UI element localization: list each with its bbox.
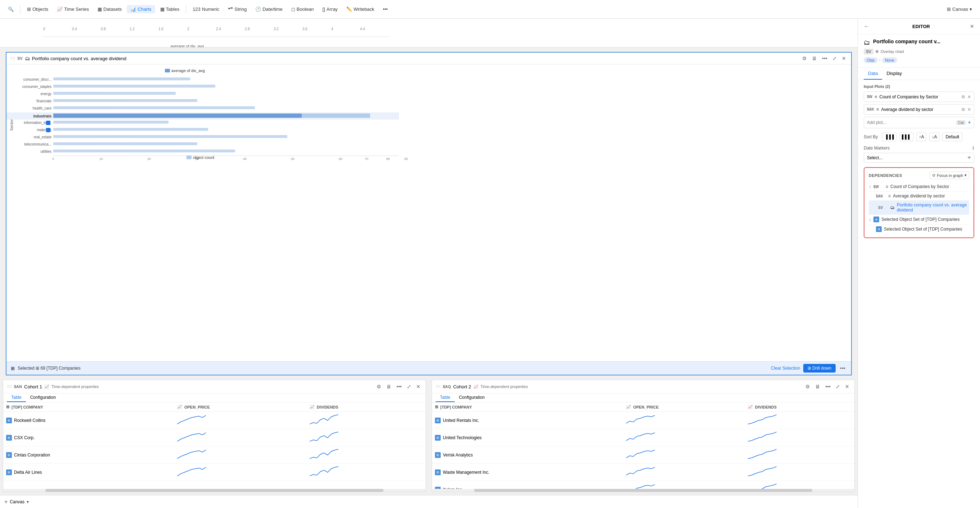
canvas-icon: ⊞ — [947, 6, 951, 12]
plot1-name: Count of Companies by Sector — [880, 94, 959, 99]
focus-dropdown-icon: ▾ — [964, 173, 967, 177]
cohort2-more-btn[interactable]: ••• — [824, 383, 832, 390]
toolbar: 🔍 ⊞ Objects 📈 Time Series ▦ Datasets 📊 C… — [0, 0, 980, 19]
bottom-panels: ⠿⠿ $AN Cohort 1 📈 Time-dependent propert… — [0, 380, 858, 495]
dep-item-3: SV 🗂 Portfolio company count vs. average… — [869, 201, 969, 215]
plot1-close-btn[interactable]: ✕ — [967, 94, 971, 99]
canvas-dropdown-btn[interactable]: ▾ — [27, 499, 29, 505]
svg-text:consumer_discr...: consumer_discr... — [24, 77, 51, 81]
cohort1-tab-table[interactable]: Table — [7, 393, 26, 402]
cohort1-col-openprice: 📈 OPEN_PRICE — [174, 403, 307, 412]
toolbar-string[interactable]: ❝❞ String — [224, 5, 250, 13]
sort-asc-bars-btn[interactable]: ▌▌▌ — [899, 133, 914, 141]
drill-down-btn[interactable]: ⊞ Drill down — [803, 364, 836, 372]
chart-expand-btn[interactable]: ⤢ — [831, 55, 838, 62]
cohort1-display-btn[interactable]: 🖥 — [385, 383, 393, 390]
svg-text:0.4: 0.4 — [72, 27, 77, 31]
toolbar-writeback[interactable]: ✏️ Writeback — [343, 5, 378, 13]
cohort1-body: ⊞ [TDP] COMPANY 📈 OPEN_PRICE — [3, 403, 426, 489]
plot1-gear-btn[interactable]: ⚙ — [961, 94, 965, 99]
chart-display-btn[interactable]: 🖥 — [810, 55, 818, 62]
open-price-cell — [623, 446, 745, 464]
selection-more-btn[interactable]: ••• — [838, 364, 847, 372]
svg-text:0: 0 — [43, 27, 45, 31]
cohort1-expand-btn[interactable]: ⤢ — [406, 383, 413, 390]
cohort2-tab-table[interactable]: Table — [436, 393, 455, 402]
cohort2-scroll[interactable] — [432, 489, 854, 492]
cohort1-tab-config[interactable]: Configuration — [26, 393, 60, 402]
dep3-name: Portfolio company count vs. average divi… — [897, 203, 967, 212]
chart-close-btn[interactable]: ✕ — [840, 55, 848, 62]
sort-desc-bars-btn[interactable]: ▐▐▐ — [882, 133, 896, 141]
chart-more-btn[interactable]: ••• — [821, 55, 829, 62]
editor-close-btn[interactable]: ✕ — [970, 23, 974, 29]
bc-none[interactable]: None — [882, 57, 897, 63]
cohort1-scroll[interactable] — [3, 489, 426, 492]
dep5-name: Selected Object Set of [TDP] Companies — [884, 227, 969, 232]
svg-text:80: 80 — [386, 157, 390, 161]
sparkline-open — [626, 466, 655, 478]
cohort2-tab-config[interactable]: Configuration — [455, 393, 489, 402]
editor-title: EDITOR — [872, 24, 970, 29]
toolbar-array[interactable]: [] Array — [319, 5, 341, 13]
dividends-cell — [307, 412, 426, 429]
date-markers-select[interactable]: Select... — [864, 153, 974, 163]
sort-asc-alpha-btn[interactable]: ↑A — [916, 133, 926, 141]
cohort1-settings-btn[interactable]: ⚙ — [375, 383, 383, 390]
sparkline-open — [177, 466, 206, 478]
toolbar-boolean[interactable]: ◻ Boolean — [288, 5, 318, 13]
toolbar-tables[interactable]: ▦ Tables — [157, 5, 183, 13]
chart-settings-btn[interactable]: ⚙ — [801, 55, 808, 62]
add-plot-row[interactable]: Cat + — [864, 117, 974, 128]
plot2-close-btn[interactable]: ✕ — [967, 107, 971, 112]
editor-back-btn[interactable]: ← — [864, 23, 869, 30]
sort-desc-alpha-btn[interactable]: ↓A — [929, 133, 939, 141]
toolbar-more[interactable]: ••• — [379, 5, 391, 13]
clear-selection-btn[interactable]: Clear Selection — [771, 366, 800, 371]
add-plot-plus-btn[interactable]: + — [968, 119, 971, 126]
add-plot-input[interactable] — [867, 120, 954, 125]
cohort1-col-dividends: 📈 DIVIDENDS — [307, 403, 426, 412]
editor-tab-display[interactable]: Display — [882, 68, 906, 80]
canvas-footer: + Canvas ▾ — [0, 495, 858, 508]
svg-text:1.6: 1.6 — [158, 27, 164, 31]
cohort2-display-btn[interactable]: 🖥 — [814, 383, 822, 390]
sparkline-open — [626, 483, 655, 489]
toolbar-charts[interactable]: 📊 Charts — [127, 5, 155, 13]
canvas-plus-btn[interactable]: + — [4, 498, 8, 505]
cohort2-expand-btn[interactable]: ⤢ — [834, 383, 842, 390]
table-row: ⊞ Waste Management Inc. — [432, 464, 854, 481]
more-icon: ••• — [383, 6, 388, 12]
array-icon: [] — [323, 6, 325, 12]
toolbar-datetime[interactable]: 🕐 Date/time — [252, 5, 286, 13]
toolbar-numeric[interactable]: 123 Numeric — [189, 5, 223, 13]
cohort2-settings-btn[interactable]: ⚙ — [804, 383, 811, 390]
selection-count: 69 — [40, 366, 45, 371]
cohort1-table: ⊞ [TDP] COMPANY 📈 OPEN_PRICE — [3, 403, 426, 481]
toolbar-objects[interactable]: ⊞ Objects — [24, 5, 52, 13]
canvas-dropdown-icon: ▾ — [970, 6, 972, 12]
cohort1-title: Cohort 1 — [24, 384, 42, 390]
bc-objs[interactable]: Objs — [864, 57, 878, 63]
plot2-gear-btn[interactable]: ⚙ — [961, 107, 965, 112]
toolbar-timeseries[interactable]: 📈 Time Series — [53, 5, 92, 13]
list-item: ⊞ Verisk Analytics — [432, 446, 623, 464]
focus-graph-btn[interactable]: ⊙ Focus in graph ▾ — [930, 171, 969, 179]
cohort1-more-btn[interactable]: ••• — [395, 383, 403, 390]
toolbar-canvas[interactable]: ⊞ Canvas ▾ — [943, 5, 976, 13]
dep2-badge: $AK — [876, 194, 886, 198]
toolbar-search[interactable]: 🔍 — [4, 5, 17, 13]
editor-tab-data[interactable]: Data — [864, 68, 882, 80]
cohort2-close-btn[interactable]: ✕ — [843, 383, 851, 390]
sparkline-div — [748, 414, 776, 425]
cohort1-close-btn[interactable]: ✕ — [415, 383, 422, 390]
sort-default-btn[interactable]: Default — [942, 133, 963, 141]
down-arrow-icon: ↓ — [869, 217, 871, 222]
list-item: ⊞ Cintas Corporation — [3, 446, 174, 464]
date-markers-info-icon: ℹ — [972, 145, 974, 150]
boolean-icon: ◻ — [291, 6, 295, 12]
breadcrumb-badges: Objs › None — [864, 57, 974, 63]
table-row: ⊞ Delta Air Lines — [3, 464, 426, 481]
toolbar-datasets[interactable]: ▦ Datasets — [94, 5, 125, 13]
cohort2-header: ⠿⠿ $AQ Cohort 2 📈 Time-dependent propert… — [432, 380, 854, 393]
